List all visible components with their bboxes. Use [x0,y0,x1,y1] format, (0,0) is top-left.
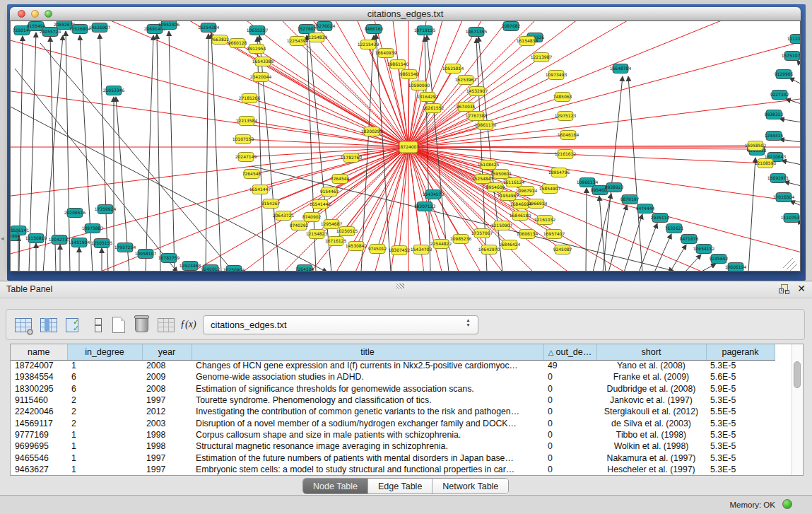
graph-node[interactable]: 16648784 [610,64,632,74]
graph-node[interactable]: 15751074 [782,52,800,61]
table-cell[interactable]: Jankovic et al. (1997) [596,395,706,406]
table-cell[interactable]: Genome-wide association studies in ADHD. [192,371,543,382]
graph-node[interactable]: 7485063 [553,93,572,102]
tab-edge-table[interactable]: Edge Table [368,479,433,493]
graph-node[interactable]: 16541442 [310,200,331,209]
table-cell[interactable]: Tourette syndrome. Phenomenology and cla… [192,395,543,406]
table-cell[interactable]: 9699695 [11,440,67,452]
graph-node[interactable]: 12954687 [321,220,343,229]
table-row[interactable]: 977716911998Corpus callosum shape and si… [11,429,793,440]
table-cell[interactable]: Franke et al. (2009) [596,371,706,382]
table-cell[interactable]: 19384554 [11,371,67,382]
graph-node[interactable]: 10107553 [233,135,254,144]
graph-node[interactable]: 9245652 [710,255,729,264]
table-cell[interactable]: 1 [67,452,142,463]
graph-node[interactable]: 9154467 [320,187,339,197]
graph-node[interactable]: 14530842 [346,242,367,251]
column-header-short[interactable]: short [596,344,706,360]
vertical-scrollbar[interactable] [792,344,803,475]
tab-network-table[interactable]: Network Table [433,479,508,493]
table-row[interactable]: 946362711997Embryonic stem cells: a mode… [11,464,793,475]
graph-node[interactable]: 7663822 [211,35,230,45]
table-cell[interactable]: 5.3E-5 [706,395,775,406]
table-row[interactable]: 969969511998Structural magnetic resonanc… [11,440,793,452]
graph-node[interactable]: 14532907 [466,87,488,96]
graph-node[interactable]: 10973493 [546,71,567,80]
table-cell[interactable]: 9465546 [11,452,67,463]
table-row[interactable]: 1830029562008Estimation of significance … [11,383,793,395]
graph-node[interactable]: 9745012 [368,245,387,254]
graph-node[interactable]: 16846694 [510,200,532,209]
table-cell[interactable]: 22420046 [11,406,67,417]
tab-node-table[interactable]: Node Table [303,479,368,493]
graph-node[interactable]: 12213987 [531,53,553,62]
table-cell[interactable]: 18724007 [11,360,67,371]
graph-node[interactable]: 12923468 [180,262,201,271]
graph-node[interactable]: 12108590 [755,159,777,168]
graph-node[interactable]: 6879197 [620,195,640,204]
graph-node[interactable]: 10861170 [475,121,497,130]
graph-node[interactable]: 8938923 [605,183,624,192]
table-cell[interactable]: 0 [543,452,596,463]
graph-node[interactable]: 11107533 [781,214,800,223]
graph-node[interactable]: 14671355 [466,28,488,37]
table-cell[interactable]: 5.6E-5 [706,371,775,382]
graph-node[interactable]: 15434573 [423,190,445,199]
graph-node[interactable]: 10975887 [82,224,104,233]
table-cell[interactable]: 5.3E-5 [706,360,775,371]
table-cell[interactable]: 5.9E-5 [706,383,775,395]
graph-node[interactable]: 12505155 [91,239,113,248]
close-icon[interactable]: ✕ [797,283,806,294]
graph-node[interactable]: 9474444 [636,204,655,214]
delete-trash-icon[interactable] [132,315,152,335]
table-cell[interactable]: 1998 [142,429,192,440]
table-row[interactable]: 1872400712008Changes of HCN gene express… [11,360,793,371]
graph-node[interactable]: 20247149 [235,153,257,162]
table-cell[interactable]: 5.5E-5 [706,406,775,417]
table-row[interactable]: 1938455462009Genome-wide association stu… [11,371,793,382]
table-cell[interactable]: Stergiakouli et al. (2012) [596,406,706,417]
table-cell[interactable]: 2 [67,417,142,428]
graph-node[interactable]: 9227342 [770,90,789,100]
table-cell[interactable]: Corpus callosum shape and size in male p… [192,429,543,440]
table-cell[interactable]: 14569117 [11,417,67,428]
graph-node[interactable]: 10250515 [336,227,358,236]
graph-node[interactable]: 9154267 [261,199,281,209]
table-cell[interactable]: 1 [67,464,142,475]
network-window-titlebar[interactable]: citations_edges.txt [10,7,801,21]
graph-node[interactable]: 15958502 [745,141,767,151]
graph-node[interactable]: 16716125 [325,237,347,246]
graph-node[interactable]: 16543388 [252,57,274,66]
graph-node[interactable]: 16640939 [375,49,397,58]
graph-node[interactable]: 18724007 [398,141,420,153]
table-cell[interactable]: 9777169 [11,429,67,440]
graph-node[interactable]: 19861540 [387,60,409,69]
table-cell[interactable]: 0 [543,406,596,417]
graph-node[interactable]: 7264546 [242,170,261,179]
graph-node[interactable]: 18307452 [389,246,411,255]
graph-node[interactable]: 15276024 [314,22,336,31]
graph-node[interactable]: 11782760 [341,153,363,163]
table-cell[interactable]: 5.3E-5 [706,452,775,463]
graph-node[interactable]: 15254384 [198,23,220,33]
table-cell[interactable]: 0 [543,371,596,382]
graph-node[interactable]: 9245087 [553,245,572,255]
table-cell[interactable]: Structural magnetic resonance image aver… [192,440,543,452]
graph-node[interactable]: 7632621 [665,224,684,233]
table-cell[interactable]: 0 [543,464,596,475]
graph-node[interactable]: 11122904 [787,35,800,44]
column-header-year[interactable]: year [142,344,192,360]
table-cell[interactable]: 2009 [142,371,192,382]
graph-node[interactable]: 10952406 [158,21,180,30]
function-builder-icon[interactable]: ƒ(x) [180,315,200,335]
graph-node[interactable]: 8740292 [290,221,309,230]
table-cell[interactable]: 0 [543,429,596,440]
table-cell[interactable]: Estimation of the future numbers of pati… [192,452,543,463]
table-cell[interactable]: 9463627 [11,464,67,475]
graph-node[interactable]: 11156819 [25,234,47,243]
table-cell[interactable]: 1997 [142,395,192,406]
graph-node[interactable]: 20206516 [64,209,86,218]
table-cell[interactable]: 0 [543,383,596,395]
graph-node[interactable]: 17957254 [114,243,136,252]
graph-node[interactable]: 15950601 [490,170,512,179]
